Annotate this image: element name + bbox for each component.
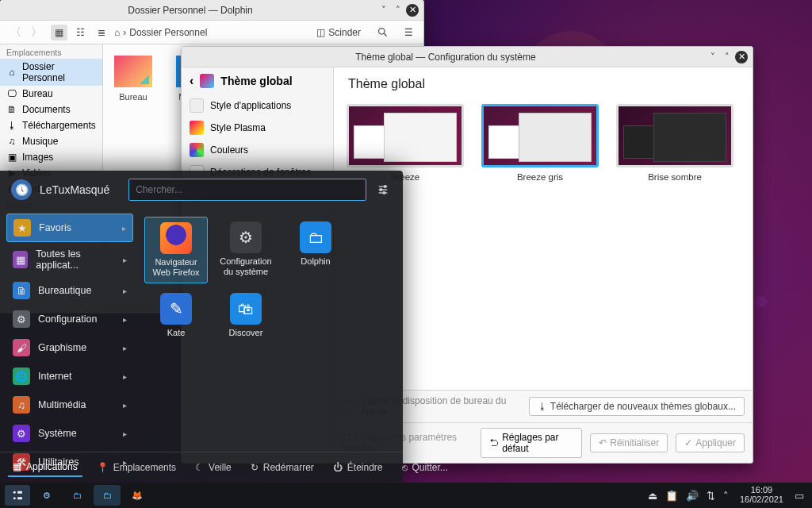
undo-icon: ↶ — [599, 437, 607, 448]
search-button[interactable] — [373, 24, 393, 40]
tab-sleep[interactable]: ☾Veille — [190, 459, 236, 476]
settings-min-button[interactable]: ˅ — [707, 51, 719, 64]
task-systemsettings[interactable]: ⚙ — [33, 485, 60, 506]
fav-systemsettings[interactable]: ⚙Configuration du système — [214, 217, 278, 283]
view-details-button[interactable]: ≣ — [94, 25, 109, 40]
kickoff-header: 🕔 LeTuxMasqué — [0, 171, 403, 209]
fav-dolphin[interactable]: 🗀Dolphin — [284, 217, 347, 283]
place-music[interactable]: ♫Musique — [0, 133, 102, 149]
desktop-icon: 🖵 — [6, 88, 17, 99]
theme-preview — [616, 104, 733, 167]
place-documents[interactable]: 🗎Documents — [0, 102, 102, 117]
view-compact-button[interactable]: ☷ — [72, 25, 89, 40]
tray-network-icon[interactable]: ⇅ — [707, 490, 715, 502]
tab-places[interactable]: 📍Emplacements — [92, 459, 181, 476]
tab-shutdown[interactable]: ⏻Éteindre — [328, 459, 388, 476]
task-firefox[interactable]: 🦊 — [124, 485, 151, 506]
home-icon: ⌂ — [114, 27, 120, 38]
nav-back-button[interactable]: 〈 — [6, 23, 25, 42]
svg-rect-11 — [17, 497, 22, 499]
fav-kate[interactable]: ✎Kate — [144, 288, 208, 343]
cat-favoris[interactable]: ★Favoris▸ — [6, 214, 133, 242]
svg-point-6 — [380, 189, 382, 191]
tray-usb-icon[interactable]: ⏏ — [648, 490, 657, 502]
tray-chevron-icon[interactable]: ˄ — [723, 490, 729, 502]
app-style-icon — [190, 98, 204, 113]
tray-clipboard-icon[interactable]: 📋 — [665, 490, 678, 502]
nav-forward-button[interactable]: 〉 — [27, 23, 46, 42]
dolphin-max-button[interactable]: ˄ — [392, 4, 404, 17]
place-images[interactable]: ▣Images — [0, 149, 102, 165]
pin-icon: 📍 — [97, 462, 109, 473]
dolphin-min-button[interactable]: ˅ — [377, 4, 390, 17]
clock[interactable]: 16:09 16/02/2021 — [740, 486, 783, 504]
settings-close-button[interactable]: ✕ — [735, 51, 748, 64]
back-icon[interactable]: ‹ — [190, 74, 193, 88]
cat-system[interactable]: ⚙Système▸ — [6, 420, 133, 447]
cat-all-apps[interactable]: ▦Toutes les applicat...▸ — [6, 244, 133, 275]
defaults-button[interactable]: ⮌Réglages par défaut — [481, 428, 582, 458]
split-button[interactable]: ◫ Scinder — [312, 25, 365, 40]
breadcrumb-current: Dossier Personnel — [129, 27, 207, 38]
cat-graphics[interactable]: 🖌Graphisme▸ — [6, 334, 133, 361]
tray-show-desktop-icon[interactable]: ▭ — [795, 490, 804, 502]
fav-discover[interactable]: 🛍Discover — [214, 288, 278, 343]
kickoff-tabs: ▦Applications 📍Emplacements ☾Veille ↻Red… — [0, 452, 403, 482]
menu-button[interactable]: ☰ — [400, 25, 417, 40]
filter-button[interactable] — [374, 181, 392, 198]
power-icon: ⏻ — [333, 462, 343, 473]
place-desktop[interactable]: 🖵Bureau — [0, 86, 102, 102]
fav-firefox[interactable]: Navigateur Web Firefox — [144, 217, 208, 283]
dolphin-close-button[interactable]: ✕ — [406, 4, 419, 17]
sidebar-colors[interactable]: Couleurs — [182, 139, 333, 161]
reset-button[interactable]: ↶Réinitialiser — [590, 433, 668, 452]
task-dolphin[interactable]: 🗀 — [94, 485, 121, 506]
clock-date: 16/02/2021 — [740, 495, 783, 505]
place-home[interactable]: ⌂Dossier Personnel — [0, 59, 102, 86]
tab-restart[interactable]: ↻Redémarrer — [246, 459, 319, 476]
cat-office[interactable]: 🗎Bureautique▸ — [6, 277, 133, 304]
settings-title: Thème global — Configuration du système — [186, 52, 705, 63]
folder-bureau[interactable]: Bureau — [114, 56, 152, 102]
place-downloads[interactable]: ⭳Téléchargements — [0, 117, 102, 133]
cat-config[interactable]: ⚙Configuration▸ — [6, 306, 133, 333]
apps-icon: ▦ — [13, 461, 21, 472]
star-icon: ★ — [13, 219, 31, 237]
search-field — [128, 179, 366, 201]
cat-multimedia[interactable]: ♫Multimédia▸ — [6, 391, 133, 418]
split-icon: ◫ — [316, 27, 325, 38]
colors-icon — [190, 143, 204, 157]
office-icon: 🗎 — [13, 282, 30, 299]
leave-icon: ⎋ — [402, 462, 408, 473]
search-input[interactable] — [128, 179, 366, 201]
get-new-themes-button[interactable]: ⭳Télécharger de nouveaux thèmes globaux.… — [529, 397, 745, 416]
settings-heading: Thème global — [334, 67, 753, 101]
view-icons-button[interactable]: ▦ — [51, 25, 67, 40]
sidebar-plasma-style[interactable]: Style Plasma — [182, 117, 333, 139]
tab-leave[interactable]: ⎋Quitter... — [397, 459, 453, 476]
kate-icon: ✎ — [160, 293, 192, 325]
system-tray: ⏏ 📋 🔊 ⇅ ˄ 16:09 16/02/2021 ▭ — [648, 486, 807, 504]
apply-button[interactable]: ✓Appliquer — [676, 433, 745, 452]
theme-breeze-gris[interactable]: Breeze gris — [481, 104, 599, 182]
task-dolphin-pin[interactable]: 🗀 — [63, 485, 90, 506]
folder-icon — [114, 56, 152, 87]
panel: ⚙ 🗀 🗀 🦊 ⏏ 📋 🔊 ⇅ ˄ 16:09 16/02/2021 ▭ — [0, 483, 812, 508]
dolphin-title: Dossier Personnel — Dolphin — [5, 5, 376, 16]
breadcrumb[interactable]: ⌂ › Dossier Personnel — [114, 27, 207, 38]
user-avatar[interactable]: 🕔 — [11, 179, 32, 200]
tray-volume-icon[interactable]: 🔊 — [686, 490, 699, 502]
theme-preview — [481, 104, 599, 167]
chevron-right-icon: › — [123, 27, 126, 38]
app-launcher-button[interactable] — [5, 485, 30, 506]
dolphin-titlebar[interactable]: Dossier Personnel — Dolphin ˅ ˄ ✕ — [0, 0, 423, 21]
cat-internet[interactable]: 🌐Internet▸ — [6, 363, 133, 390]
settings-max-button[interactable]: ˄ — [721, 51, 733, 64]
user-name: LeTuxMasqué — [40, 183, 109, 196]
tab-applications[interactable]: ▦Applications — [8, 458, 82, 477]
theme-brise-sombre[interactable]: Brise sombre — [616, 104, 733, 182]
downloads-icon: ⭳ — [6, 120, 17, 131]
settings-titlebar[interactable]: Thème global — Configuration du système … — [182, 47, 753, 67]
sidebar-app-style[interactable]: Style d'applications — [182, 94, 333, 117]
home-icon: ⌂ — [6, 67, 17, 78]
